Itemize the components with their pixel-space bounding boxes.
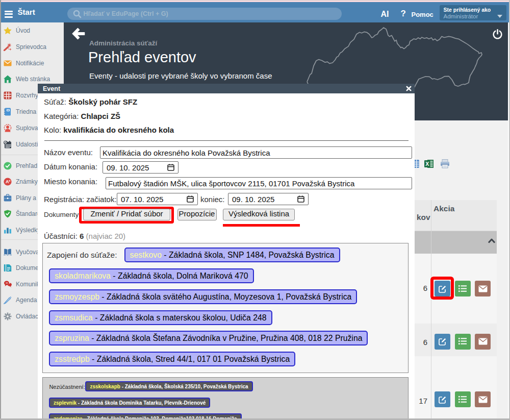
svg-text:+: +: [9, 179, 11, 183]
svg-text:X: X: [425, 161, 429, 167]
